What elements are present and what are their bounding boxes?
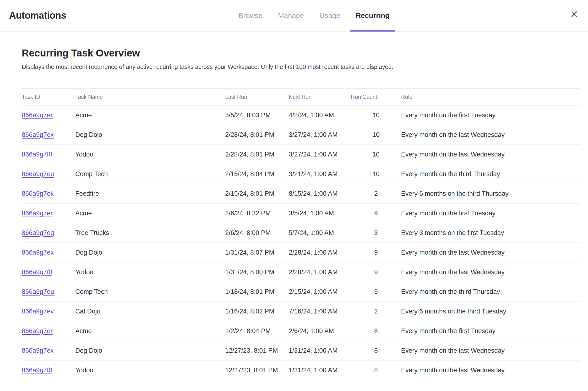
column-header-run_count: Run Count xyxy=(351,94,401,100)
task-id-cell: 866a9g7ex xyxy=(22,131,75,139)
task-id-cell: 866a9g7eu xyxy=(22,288,75,295)
rule-cell: Every month on the last Wednesday xyxy=(401,131,580,139)
rule-cell: Every month on the first Tuesday xyxy=(401,111,580,119)
run-count-cell: 9 xyxy=(351,249,401,256)
task-id-cell: 866a9g7eu xyxy=(22,170,75,178)
last-run-cell: 2/6/24, 8:00 PM xyxy=(225,229,289,237)
last-run-cell: 2/28/24, 8:01 PM xyxy=(225,131,289,139)
table-body: 866a9g7erAcme3/5/24, 8:03 PM4/2/24, 1:00… xyxy=(22,105,580,380)
next-run-cell: 3/27/24, 1:00 AM xyxy=(289,151,351,158)
tab-usage[interactable]: Usage xyxy=(314,0,346,31)
next-run-cell: 5/7/24, 1:00 AM xyxy=(289,229,351,237)
task-id-link[interactable]: 866a9g7ek xyxy=(22,190,54,197)
table-row: 866a9g7erAcme1/2/24, 8:04 PM2/6/24, 1:00… xyxy=(22,321,580,341)
column-header-rule: Rule xyxy=(401,94,580,100)
next-run-cell: 3/21/24, 1:00 AM xyxy=(289,170,351,178)
task-id-cell: 866a9g7ev xyxy=(22,308,75,315)
task-id-link[interactable]: 866a9g7ex xyxy=(22,249,54,256)
table-row: 866a9g7f0Yodoo12/27/23, 8:01 PM1/31/24, … xyxy=(22,361,580,380)
recurring-tasks-table: Task IDTask NameLast RunNext RunRun Coun… xyxy=(22,88,580,380)
task-id-link[interactable]: 866a9g7er xyxy=(22,327,53,335)
tab-browse[interactable]: Browse xyxy=(233,0,268,31)
last-run-cell: 2/15/24, 8:01 PM xyxy=(225,190,289,197)
task-id-link[interactable]: 866a9g7eq xyxy=(22,229,54,236)
task-name-cell: Acme xyxy=(75,111,225,119)
last-run-cell: 1/31/24, 8:07 PM xyxy=(225,249,289,256)
task-id-cell: 866a9g7eq xyxy=(22,229,75,237)
column-header-next_run: Next Run xyxy=(289,94,351,100)
run-count-cell: 10 xyxy=(351,151,401,158)
rule-cell: Every 3 months on the first Tuesday xyxy=(401,229,580,237)
task-id-link[interactable]: 866a9g7eu xyxy=(22,288,54,295)
table-row: 866a9g7exDog Dojo12/27/23, 8:01 PM1/31/2… xyxy=(22,341,580,361)
next-run-cell: 2/28/24, 1:00 AM xyxy=(289,269,351,276)
task-id-cell: 866a9g7f0 xyxy=(22,269,75,276)
next-run-cell: 1/31/24, 1:00 AM xyxy=(289,347,351,354)
task-name-cell: Acme xyxy=(75,210,225,217)
column-header-task_name: Task Name xyxy=(75,94,225,100)
last-run-cell: 12/27/23, 8:01 PM xyxy=(225,347,289,354)
task-id-cell: 866a9g7ex xyxy=(22,249,75,256)
next-run-cell: 3/5/24, 1:00 AM xyxy=(289,210,351,217)
rule-cell: Every month on the last Wednesday xyxy=(401,269,580,276)
tab-recurring[interactable]: Recurring xyxy=(350,0,395,31)
task-name-cell: Tree Trucks xyxy=(75,229,225,237)
task-name-cell: Comp Tech xyxy=(75,170,225,178)
column-header-task_id: Task ID xyxy=(22,94,75,100)
rule-cell: Every month on the last Wednesday xyxy=(401,367,580,374)
run-count-cell: 10 xyxy=(351,111,401,119)
task-id-link[interactable]: 866a9g7ev xyxy=(22,308,54,315)
tab-bar: BrowseManageUsageRecurring xyxy=(233,0,395,31)
next-run-cell: 2/6/24, 1:00 AM xyxy=(289,327,351,335)
section-description: Displays the most recent recurrence of a… xyxy=(22,63,580,71)
run-count-cell: 9 xyxy=(351,288,401,295)
rule-cell: Every month on the last Wednesday xyxy=(401,347,580,354)
task-id-link[interactable]: 866a9g7f0 xyxy=(22,151,52,158)
last-run-cell: 1/18/24, 8:01 PM xyxy=(225,288,289,295)
task-name-cell: Dog Dojo xyxy=(75,249,225,256)
table-row: 866a9g7ekFeedfire2/15/24, 8:01 PM8/15/24… xyxy=(22,184,580,204)
rule-cell: Every month on the third Thursday xyxy=(401,170,580,178)
task-id-link[interactable]: 866a9g7f0 xyxy=(22,269,52,276)
next-run-cell: 4/2/24, 1:00 AM xyxy=(289,111,351,119)
task-id-link[interactable]: 866a9g7eu xyxy=(22,170,54,178)
task-id-link[interactable]: 866a9g7ex xyxy=(22,347,54,354)
task-id-cell: 866a9g7er xyxy=(22,210,75,217)
task-id-link[interactable]: 866a9g7ex xyxy=(22,131,54,138)
table-row: 866a9g7evCat Dojo1/16/24, 8:02 PM7/16/24… xyxy=(22,302,580,321)
run-count-cell: 8 xyxy=(351,347,401,354)
section-title: Recurring Task Overview xyxy=(22,47,580,59)
rule-cell: Every month on the third Thursday xyxy=(401,288,580,295)
run-count-cell: 9 xyxy=(351,269,401,276)
task-id-cell: 866a9g7f0 xyxy=(22,367,75,374)
task-name-cell: Cat Dojo xyxy=(75,308,225,315)
table-row: 866a9g7f0Yodoo1/31/24, 8:00 PM2/28/24, 1… xyxy=(22,263,580,282)
close-button[interactable]: × xyxy=(567,7,581,21)
last-run-cell: 2/28/24, 8:01 PM xyxy=(225,151,289,158)
task-name-cell: Yodoo xyxy=(75,151,225,158)
task-id-cell: 866a9g7f0 xyxy=(22,151,75,158)
task-id-link[interactable]: 866a9g7f0 xyxy=(22,367,52,374)
table-row: 866a9g7exDog Dojo1/31/24, 8:07 PM2/28/24… xyxy=(22,243,580,263)
rule-cell: Every month on the first Tuesday xyxy=(401,210,580,217)
next-run-cell: 3/27/24, 1:00 AM xyxy=(289,131,351,139)
table-row: 866a9g7f0Yodoo2/28/24, 8:01 PM3/27/24, 1… xyxy=(22,145,580,164)
run-count-cell: 8 xyxy=(351,367,401,374)
task-id-link[interactable]: 866a9g7er xyxy=(22,210,53,217)
task-name-cell: Acme xyxy=(75,327,225,335)
run-count-cell: 10 xyxy=(351,170,401,178)
next-run-cell: 2/15/24, 1:00 AM xyxy=(289,288,351,295)
close-icon: × xyxy=(570,7,578,20)
table-row: 866a9g7euComp Tech2/15/24, 8:04 PM3/21/2… xyxy=(22,164,580,184)
task-name-cell: Yodoo xyxy=(75,269,225,276)
last-run-cell: 1/16/24, 8:02 PM xyxy=(225,308,289,315)
task-id-link[interactable]: 866a9g7er xyxy=(22,111,53,119)
task-id-cell: 866a9g7er xyxy=(22,111,75,119)
column-header-last_run: Last Run xyxy=(225,94,289,100)
run-count-cell: 8 xyxy=(351,327,401,335)
tab-manage[interactable]: Manage xyxy=(272,0,310,31)
next-run-cell: 1/31/24, 1:00 AM xyxy=(289,367,351,374)
last-run-cell: 2/15/24, 8:04 PM xyxy=(225,170,289,178)
table-row: 866a9g7exDog Dojo2/28/24, 8:01 PM3/27/24… xyxy=(22,125,580,145)
last-run-cell: 12/27/23, 8:01 PM xyxy=(225,367,289,374)
